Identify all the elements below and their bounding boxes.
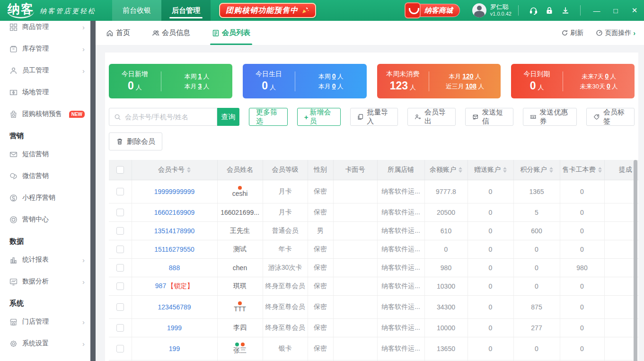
sidebar-item-staff[interactable]: 员工管理 ›	[0, 60, 90, 81]
select-all-checkbox[interactable]	[116, 166, 124, 174]
send-sms-button[interactable]: 发送短信	[465, 108, 513, 126]
row-checkbox[interactable]	[116, 246, 124, 253]
tab-member-list[interactable]: 会员列表	[212, 21, 250, 45]
stat-card-birthday-today[interactable]: 今日生日 0人 本周0人 本月0人	[243, 64, 366, 98]
envelope-icon	[9, 150, 18, 158]
member-card-link[interactable]: 888	[169, 264, 180, 272]
member-card-link[interactable]: 123456789	[158, 303, 191, 311]
sort-icon[interactable]	[187, 167, 191, 173]
chevron-right-icon: ›	[82, 256, 85, 264]
row-checkbox[interactable]	[116, 282, 124, 290]
member-card-link[interactable]: 13514178990	[154, 227, 195, 235]
table-row[interactable]: 199 张三 银卡保密 纳客软件运...136500 00	[109, 337, 638, 360]
sidebar-scrollbar[interactable]	[90, 21, 96, 361]
table-row[interactable]: 13514178990 王先生 普通会员男 纳客软件运...6100 6000	[109, 221, 638, 240]
promo-banner[interactable]: 团购核销功能预售中	[219, 3, 316, 18]
send-coupon-button[interactable]: 发送优惠券	[523, 108, 577, 126]
search-box	[109, 108, 217, 126]
table-row[interactable]: 1999 李四 终身至尊会员保密 纳客软件运...100000 2770	[109, 318, 638, 337]
sidebar-item-groupbuy[interactable]: 团购核销预售 NEW	[0, 103, 90, 125]
more-filter-button[interactable]: 更多筛选	[249, 108, 288, 126]
content-panel: 今日新增 0人 本周1人 本月3人 今日生日 0人 本周0人 本月0人 本周未消…	[105, 53, 638, 361]
close-button[interactable]: ✕	[625, 0, 644, 21]
sidebar-item-report[interactable]: 统计报表 ›	[0, 249, 90, 271]
sidebar-item-analysis[interactable]: 数据分析 ›	[0, 271, 90, 292]
row-checkbox[interactable]	[116, 188, 124, 195]
member-card-link[interactable]: 16602169909	[154, 209, 195, 216]
delete-member-button[interactable]: 删除会员	[109, 132, 162, 150]
chevron-right-icon: ›	[82, 45, 85, 53]
member-card-link[interactable]: 19999999999	[154, 188, 195, 195]
stat-card-new-today[interactable]: 今日新增 0人 本周1人 本月3人	[109, 64, 232, 98]
locked-label: 【锁定】	[167, 282, 194, 290]
table-row[interactable]: 987【锁定】 琪琪 终身至尊会员保密 纳客软件运...103000 00	[109, 277, 638, 295]
row-checkbox[interactable]	[116, 209, 124, 216]
minimize-button[interactable]: —	[587, 0, 606, 21]
sidebar-item-sms-marketing[interactable]: 短信营销	[0, 143, 90, 165]
member-card-link[interactable]: 15116279550	[154, 246, 194, 253]
sidebar-item-goods[interactable]: 商品管理 ›	[0, 21, 90, 38]
row-checkbox[interactable]	[116, 324, 124, 332]
search-input[interactable]	[125, 113, 212, 121]
scrollbar-thumb[interactable]	[634, 160, 637, 361]
member-table: 会员卡号 会员姓名 会员等级 性别 卡面号 所属店铺 余额账户 赠送账户 积分账…	[109, 160, 638, 361]
sort-icon[interactable]	[598, 167, 602, 173]
nav-front-cashier[interactable]: 前台收银	[112, 0, 161, 21]
tab-home[interactable]: 首页	[106, 21, 130, 45]
table-scrollbar[interactable]: ▼	[634, 160, 637, 361]
avatar	[472, 3, 486, 18]
member-card-link[interactable]: 987	[155, 282, 166, 290]
groupbuy-bag-icon	[9, 110, 18, 118]
batch-import-button[interactable]: 批量导入	[350, 108, 398, 126]
divider	[518, 5, 519, 16]
lock-icon[interactable]	[541, 3, 557, 18]
stat-card-expire-today[interactable]: 今日到期 0人 未来7天0人 未来30天0人	[511, 64, 635, 98]
row-checkbox[interactable]	[116, 345, 124, 352]
main-area: 首页 会员信息 会员列表 刷新 页面操作 › 今日新增	[96, 21, 644, 361]
row-checkbox[interactable]	[116, 264, 124, 272]
bar-chart-icon	[9, 256, 18, 264]
party-icon	[301, 6, 309, 15]
coupon-icon	[530, 113, 537, 121]
table-row[interactable]: 16602169909 166021699... 月卡保密 纳客软件运...20…	[109, 203, 638, 221]
table-row[interactable]: 888 chen 游泳30次卡保密 纳客软件运...9800 0980	[109, 258, 638, 277]
sidebar-item-inventory[interactable]: 库存管理 ›	[0, 38, 90, 60]
stat-card-no-consume-week[interactable]: 本周未消费 123人 本月120人 近三月108人	[377, 64, 501, 98]
table-row[interactable]: 123456789 TTT 终身至尊会员保密 纳客软件运...343000 87…	[109, 295, 638, 318]
sidebar-item-store-mgmt[interactable]: 门店管理 ›	[0, 311, 90, 333]
table-row[interactable]: 15116279550 测试 年卡保密 纳客软件运...00 00	[109, 240, 638, 258]
download-icon[interactable]	[557, 3, 573, 18]
sidebar-item-marketing-center[interactable]: 营销中心	[0, 209, 90, 230]
page-operations-button[interactable]: 页面操作 ›	[596, 29, 635, 37]
logo-slogan: 纳客管店更轻松	[40, 7, 96, 16]
trash-icon	[116, 138, 124, 145]
user-info[interactable]: 罗仁聪 v1.0.0.42	[472, 3, 512, 18]
maximize-button[interactable]: □	[606, 0, 625, 21]
nav-backend-admin[interactable]: 后台管理	[161, 0, 211, 21]
tab-member-info[interactable]: 会员信息	[152, 21, 190, 45]
query-button[interactable]: 查询	[217, 108, 239, 126]
export-member-button[interactable]: 会员导出	[407, 108, 456, 126]
storefront-icon	[9, 318, 18, 326]
sidebar-item-venue[interactable]: 场地管理	[0, 81, 90, 103]
table-row[interactable]: 19999999999 ceshi 月卡保密 纳客软件运...9777.80 1…	[109, 180, 638, 203]
sidebar-item-settings[interactable]: 系统设置 ›	[0, 333, 90, 354]
page-tabbar: 首页 会员信息 会员列表 刷新 页面操作 ›	[96, 21, 644, 45]
sort-icon[interactable]	[459, 167, 462, 173]
sort-icon[interactable]	[503, 167, 507, 173]
refresh-button[interactable]: 刷新	[561, 29, 583, 37]
sms-envelope-icon	[472, 113, 479, 121]
mall-button[interactable]: 纳客商城	[410, 4, 460, 17]
add-member-button[interactable]: +新增会员	[297, 108, 341, 126]
row-checkbox[interactable]	[116, 227, 124, 235]
row-checkbox[interactable]	[116, 303, 124, 311]
tag-dot-orange	[241, 343, 245, 346]
member-card-link[interactable]: 1999	[167, 324, 182, 332]
sidebar-item-miniprogram-marketing[interactable]: 小程序营销	[0, 187, 90, 209]
member-tag-button[interactable]: 会员标签	[586, 108, 635, 126]
user-name: 罗仁聪	[490, 3, 512, 11]
support-headset-icon[interactable]	[525, 3, 541, 18]
sidebar-item-wechat-marketing[interactable]: 微信营销	[0, 165, 90, 187]
member-card-link[interactable]: 199	[169, 345, 180, 352]
sort-icon[interactable]	[549, 167, 553, 173]
